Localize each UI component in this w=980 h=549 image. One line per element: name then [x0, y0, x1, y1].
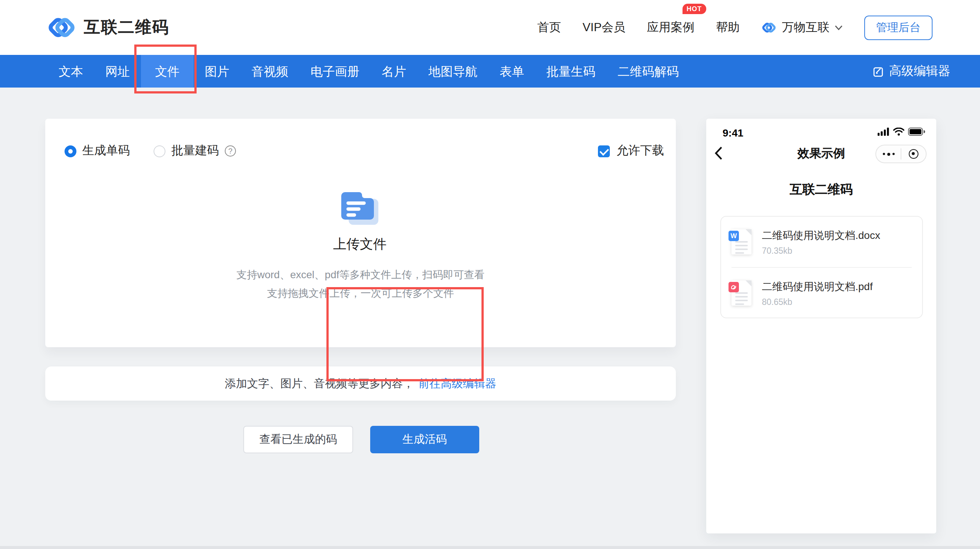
hint-line-1: 支持word、excel、pdf等多种文件上传，扫码即可查看 [45, 266, 676, 284]
generate-live-code-button[interactable]: 生成活码 [370, 426, 479, 453]
radio-batch-label[interactable]: 批量建码 [171, 143, 219, 159]
download-option: 允许下载 [598, 143, 664, 159]
more-dots-icon [876, 153, 900, 156]
upload-label: 上传文件 [281, 235, 438, 253]
phone-nav-bar: 效果示例 [706, 143, 936, 165]
header: 互联二维码 首页 VIP会员 应用案例 HOT 帮助 万物互联 管理后台 [0, 0, 980, 55]
brand-logo-icon [761, 21, 777, 34]
close-target-icon [901, 149, 926, 159]
file-name: 二维码使用说明文档.docx [762, 229, 880, 242]
tab-url[interactable]: 网址 [94, 55, 141, 88]
upload-folder-icon [338, 189, 381, 228]
file-size: 70.35kb [762, 246, 880, 255]
logo-text: 互联二维码 [84, 16, 169, 38]
page-root: 互联二维码 首页 VIP会员 应用案例 HOT 帮助 万物互联 管理后台 [0, 0, 980, 549]
phone-preview-panel: 9:41 [706, 119, 936, 533]
upload-hints: 支持word、excel、pdf等多种文件上传，扫码即可查看 支持拖拽文件上传，… [45, 266, 676, 303]
radio-batch-code[interactable] [154, 145, 165, 157]
tab-form[interactable]: 表单 [488, 55, 535, 88]
signal-bars-icon [878, 127, 889, 136]
file-list-card: W 二维码使用说明文档.docx 70.35kb [720, 216, 923, 318]
admin-console-button[interactable]: 管理后台 [864, 15, 932, 40]
nav-cases[interactable]: 应用案例 HOT [647, 20, 694, 35]
wifi-icon [893, 127, 904, 136]
file-row-docx: W 二维码使用说明文档.docx 70.35kb [721, 216, 922, 267]
radio-single-label[interactable]: 生成单码 [82, 143, 130, 159]
word-file-icon: W [732, 229, 751, 255]
miniprogram-capsule [875, 145, 927, 163]
tab-file-active[interactable]: 文件 [141, 55, 194, 88]
help-icon[interactable] [225, 145, 236, 156]
tab-ebook[interactable]: 电子画册 [299, 55, 371, 88]
generator-card: 生成单码 批量建码 允许下载 上传文件 [45, 119, 676, 347]
hot-badge: HOT [682, 3, 706, 14]
nav-help[interactable]: 帮助 [716, 20, 740, 35]
top-nav: 首页 VIP会员 应用案例 HOT 帮助 万物互联 管理后台 [537, 15, 932, 40]
file-row-pdf: 二维码使用说明文档.pdf 80.65kb [721, 268, 922, 318]
upload-file-zone[interactable]: 上传文件 [281, 169, 438, 263]
goto-advanced-editor-link[interactable]: 前往高级编辑器 [418, 377, 496, 391]
brand-dropdown[interactable]: 万物互联 [761, 20, 843, 35]
allow-download-checkbox[interactable] [598, 145, 610, 157]
more-content-bar: 添加文字、图片、音视频等更多内容， 前往高级编辑器 [45, 366, 676, 401]
tab-card[interactable]: 名片 [371, 55, 417, 88]
chevron-down-icon [835, 25, 843, 30]
file-name: 二维码使用说明文档.pdf [762, 280, 873, 293]
view-generated-codes-button[interactable]: 查看已生成的码 [243, 426, 353, 453]
tab-image[interactable]: 图片 [194, 55, 240, 88]
tab-media[interactable]: 音视频 [240, 55, 299, 88]
mode-options: 生成单码 批量建码 [65, 143, 236, 159]
tab-decode[interactable]: 二维码解码 [606, 55, 690, 88]
category-tabbar: 文本 网址 文件 图片 音视频 电子画册 名片 地图导航 表单 批量生码 二维码… [0, 55, 980, 88]
logo-icon [47, 15, 76, 40]
status-time: 9:41 [722, 127, 743, 139]
site-logo[interactable]: 互联二维码 [47, 15, 169, 40]
hint-line-2: 支持拖拽文件上传，一次可上传多个文件 [45, 284, 676, 303]
radio-single-code[interactable] [65, 145, 76, 157]
nav-home[interactable]: 首页 [537, 20, 561, 35]
tab-batch[interactable]: 批量生码 [535, 55, 606, 88]
allow-download-label[interactable]: 允许下载 [616, 143, 664, 159]
page-bottom-edge [0, 546, 980, 549]
tab-map[interactable]: 地图导航 [417, 55, 488, 88]
phone-status-bar: 9:41 [706, 126, 936, 140]
file-size: 80.65kb [762, 297, 873, 306]
advanced-editor-link[interactable]: 高级编辑器 [873, 55, 950, 88]
pdf-file-icon [732, 280, 751, 306]
more-content-text: 添加文字、图片、音视频等更多内容， [225, 377, 414, 391]
battery-icon [908, 127, 925, 136]
edit-icon [873, 66, 884, 77]
nav-vip[interactable]: VIP会员 [582, 20, 625, 35]
tab-text[interactable]: 文本 [48, 55, 94, 88]
phone-page-title: 互联二维码 [706, 181, 936, 198]
